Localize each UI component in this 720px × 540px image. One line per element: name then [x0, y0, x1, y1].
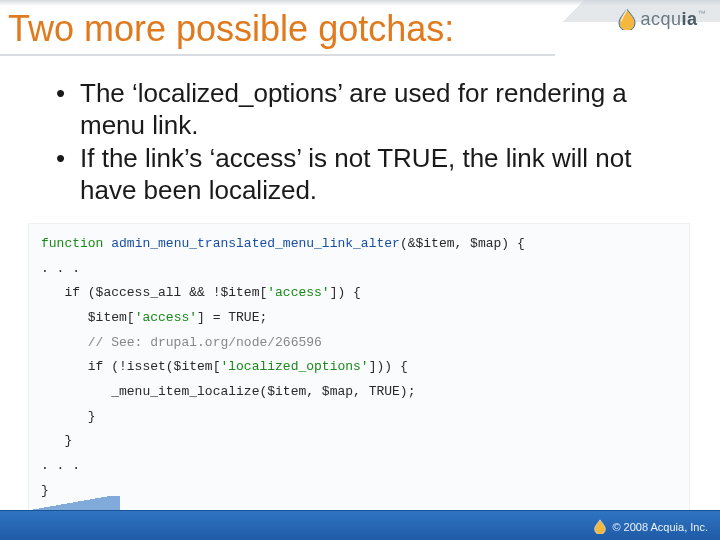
list-item: The ‘localized_options’ are used for ren… — [52, 78, 650, 141]
footer-bar: © 2008 Acquia, Inc. — [0, 510, 720, 540]
slide: acquia™ Two more possible gotchas: The ‘… — [0, 0, 720, 540]
droplet-icon — [594, 519, 606, 534]
footer-accent — [0, 496, 120, 510]
droplet-icon — [618, 8, 636, 30]
copyright: © 2008 Acquia, Inc. — [594, 519, 708, 534]
code-block: function admin_menu_translated_menu_link… — [28, 223, 690, 515]
slide-title: Two more possible gotchas: — [0, 0, 555, 56]
brand-name: acquia™ — [640, 9, 706, 30]
bullet-list: The ‘localized_options’ are used for ren… — [52, 78, 650, 207]
copyright-text: © 2008 Acquia, Inc. — [612, 521, 708, 533]
brand-logo: acquia™ — [618, 8, 706, 30]
list-item: If the link’s ‘access’ is not TRUE, the … — [52, 143, 650, 206]
